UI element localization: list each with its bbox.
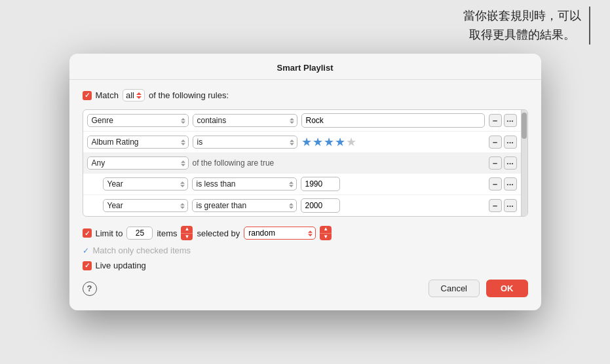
rule-row: Genre contains − ··· [83,110,521,132]
nested-value-input-1[interactable] [301,177,340,191]
dialog-footer: ? Cancel OK [69,270,541,297]
nested-field-select-2[interactable]: Year [103,199,188,212]
rule-more-btn-3[interactable]: ··· [504,156,517,170]
star-3[interactable]: ★ [324,135,334,149]
nested-label: of the following are true [193,158,485,168]
limit-value-input[interactable] [126,227,153,240]
rule-field-select-2[interactable]: Album Rating [87,136,189,149]
nested-more-btn-1[interactable]: ··· [504,177,517,191]
nested-rule-row: Year is greater than − ··· [83,195,521,216]
star-1[interactable]: ★ [301,135,312,149]
selected-by-label: selected by [197,228,240,238]
star-rating[interactable]: ★ ★ ★ ★ ★ [301,135,356,149]
rule-value-input-1[interactable] [301,113,485,128]
rule-remove-btn-1[interactable]: − [489,114,502,127]
footer-buttons: Cancel OK [429,280,528,297]
limit-row: Limit to items ▲ ▼ selected by random ▲ … [83,226,528,240]
rule-field-select-1[interactable]: Genre [87,114,189,127]
stepper-up-icon[interactable]: ▲ [181,226,193,234]
rules-area: Genre contains − ··· [83,109,528,217]
smart-playlist-dialog: Smart Playlist Match all of the followin… [69,54,541,310]
rule-operator-select-1[interactable]: contains [193,114,297,127]
match-row: Match all of the following rules: [83,89,528,101]
live-updating-checkbox[interactable] [83,261,92,270]
rule-more-btn-1[interactable]: ··· [504,114,517,127]
live-updating-row: Live updating [83,261,528,270]
rule-field-select-3[interactable]: Any [87,156,189,170]
help-button[interactable]: ? [83,282,97,296]
star-4[interactable]: ★ [335,135,345,149]
rule-row: Album Rating is ★ ★ ★ ★ ★ [83,132,521,153]
match-checkbox[interactable] [83,91,92,100]
match-checked-icon: ✓ [83,246,89,255]
limit-checkbox[interactable] [83,228,92,238]
nested-more-btn-2[interactable]: ··· [504,199,517,212]
match-only-checked-row: ✓ Match only checked items [83,246,528,255]
nested-remove-btn-2[interactable]: − [489,199,502,212]
random-stepper[interactable]: ▲ ▼ [320,226,332,240]
selected-by-select[interactable]: random [244,227,316,240]
limit-stepper[interactable]: ▲ ▼ [181,226,193,240]
ok-button[interactable]: OK [486,280,528,297]
nested-operator-select-1[interactable]: is less than [192,177,297,191]
limit-unit: items [157,228,177,238]
scrollbar-track[interactable] [521,110,527,216]
match-only-checked-label: Match only checked items [93,246,191,255]
rule-operator-select-2[interactable]: is [193,136,297,149]
stepper-up-icon[interactable]: ▲ [320,226,332,234]
live-updating-label: Live updating [96,261,146,270]
nested-field-select-1[interactable]: Year [103,177,188,191]
rule-remove-btn-2[interactable]: − [489,136,502,149]
rule-more-btn-2[interactable]: ··· [504,136,517,149]
dialog-title: Smart Playlist [69,54,541,80]
match-value-select[interactable]: all [123,89,145,101]
nested-rule-row: Year is less than − ··· [83,173,521,195]
cancel-button[interactable]: Cancel [429,280,480,297]
star-2[interactable]: ★ [313,135,323,149]
nested-value-input-2[interactable] [301,198,340,213]
stepper-down-icon[interactable]: ▼ [320,234,332,241]
match-suffix: of the following rules: [149,90,229,100]
match-label: Match [96,90,119,100]
annotation-text: 當你嵌套規則時，可以 取得更具體的結果。 [463,7,590,45]
limit-label: Limit to [96,228,123,238]
nested-operator-select-2[interactable]: is greater than [192,199,297,212]
rule-remove-btn-3[interactable]: − [489,156,502,170]
star-5[interactable]: ★ [346,135,356,149]
nested-remove-btn-1[interactable]: − [489,177,502,191]
scrollbar-thumb[interactable] [522,113,527,139]
nested-group-header: Any of the following are true − ··· [83,153,521,173]
stepper-down-icon[interactable]: ▼ [181,234,193,241]
